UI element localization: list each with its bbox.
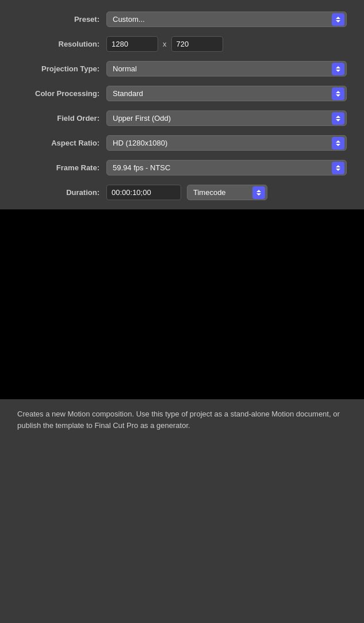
color-processing-label: Color Processing: xyxy=(17,89,106,98)
preset-control: Custom... xyxy=(106,12,347,27)
resolution-inputs: x xyxy=(106,36,347,52)
resolution-row: Resolution: x xyxy=(17,36,347,52)
resolution-label: Resolution: xyxy=(17,40,106,48)
field-order-select-wrapper: Upper First (Odd) Lower First (Even) Non… xyxy=(106,110,347,126)
color-processing-control: Standard Wide Gamut HDR xyxy=(106,86,347,101)
aspect-ratio-select-wrapper: HD (1280x1080) SD (720x480) Square xyxy=(106,135,347,151)
field-order-row: Field Order: Upper First (Odd) Lower Fir… xyxy=(17,110,347,126)
color-processing-row: Color Processing: Standard Wide Gamut HD… xyxy=(17,86,347,101)
projection-type-label: Projection Type: xyxy=(17,64,106,73)
duration-control: Timecode Frames Seconds xyxy=(106,185,347,200)
aspect-ratio-control: HD (1280x1080) SD (720x480) Square xyxy=(106,135,347,151)
field-order-control: Upper First (Odd) Lower First (Even) Non… xyxy=(106,110,347,126)
preset-row: Preset: Custom... xyxy=(17,12,347,27)
resolution-control: x xyxy=(106,36,347,52)
projection-type-select-wrapper: Normal 360° VR xyxy=(106,61,347,77)
timecode-select-wrapper: Timecode Frames Seconds xyxy=(187,185,267,200)
preset-select-wrapper: Custom... xyxy=(106,12,347,27)
frame-rate-row: Frame Rate: 59.94 fps - NTSC 29.97 fps -… xyxy=(17,160,347,175)
preset-label: Preset: xyxy=(17,15,106,24)
duration-row: Duration: Timecode Frames Seconds xyxy=(17,185,347,200)
aspect-ratio-label: Aspect Ratio: xyxy=(17,139,106,147)
duration-label: Duration: xyxy=(17,188,106,197)
aspect-ratio-row: Aspect Ratio: HD (1280x1080) SD (720x480… xyxy=(17,135,347,151)
description-text: Creates a new Motion composition. Use th… xyxy=(17,408,347,431)
resolution-height-input[interactable] xyxy=(171,36,223,52)
resolution-x-separator: x xyxy=(163,40,167,48)
description-area: Creates a new Motion composition. Use th… xyxy=(0,399,364,442)
color-processing-select-wrapper: Standard Wide Gamut HDR xyxy=(106,86,347,101)
frame-rate-control: 59.94 fps - NTSC 29.97 fps - NTSC 23.98 … xyxy=(106,160,347,175)
projection-type-row: Projection Type: Normal 360° VR xyxy=(17,61,347,77)
field-order-label: Field Order: xyxy=(17,114,106,123)
field-order-select[interactable]: Upper First (Odd) Lower First (Even) Non… xyxy=(106,110,347,126)
color-processing-select[interactable]: Standard Wide Gamut HDR xyxy=(106,86,347,101)
frame-rate-select[interactable]: 59.94 fps - NTSC 29.97 fps - NTSC 23.98 … xyxy=(106,160,347,175)
resolution-width-input[interactable] xyxy=(106,36,158,52)
aspect-ratio-select[interactable]: HD (1280x1080) SD (720x480) Square xyxy=(106,135,347,151)
frame-rate-select-wrapper: 59.94 fps - NTSC 29.97 fps - NTSC 23.98 … xyxy=(106,160,347,175)
projection-type-select[interactable]: Normal 360° VR xyxy=(106,61,347,77)
preset-select[interactable]: Custom... xyxy=(106,12,347,27)
preview-area xyxy=(0,209,364,399)
settings-form: Preset: Custom... Resolution: x xyxy=(0,0,364,200)
duration-inputs: Timecode Frames Seconds xyxy=(106,185,347,200)
duration-input[interactable] xyxy=(106,185,181,200)
timecode-select[interactable]: Timecode Frames Seconds xyxy=(187,185,267,200)
projection-type-control: Normal 360° VR xyxy=(106,61,347,77)
frame-rate-label: Frame Rate: xyxy=(17,163,106,172)
